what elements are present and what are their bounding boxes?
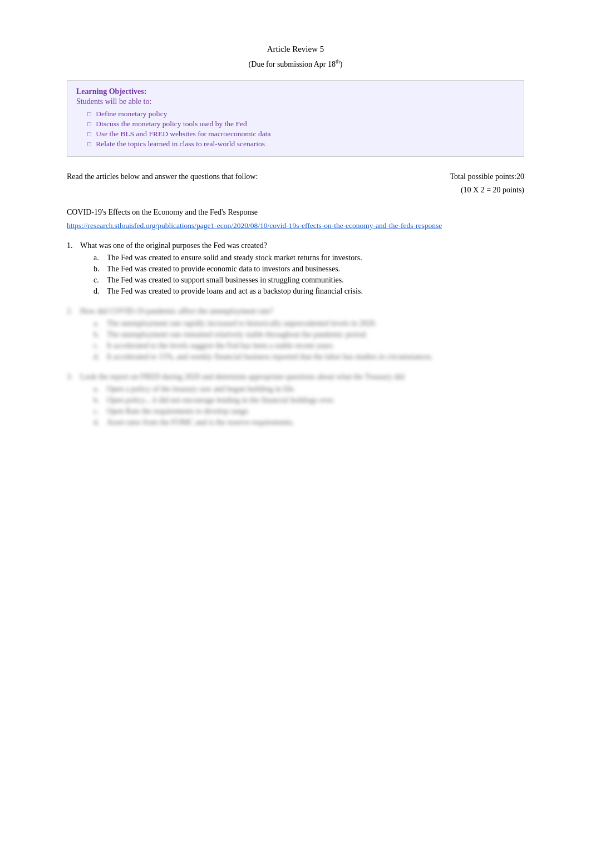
answer-choice-3b: b. Open policy... it did not encourage l… [93, 396, 524, 405]
list-item: □ Use the BLS and FRED websites for macr… [87, 130, 515, 138]
answer-letter-2d: d. [93, 353, 107, 361]
answer-letter-1b: b. [93, 265, 107, 274]
question-number-2: 2. [67, 307, 80, 316]
question-section-1: 1. What was one of the original purposes… [67, 241, 524, 296]
learning-objectives-title: Learning Objectives: [76, 87, 515, 96]
page-title: Article Review 5 [67, 44, 524, 54]
answer-text-3b: Open policy... it did not encourage lend… [107, 396, 334, 405]
due-date: (Due for submission Apr 18th) [67, 58, 524, 69]
bullet-icon: □ [87, 140, 91, 148]
answer-text-3a: Open a policy of the treasury saw and be… [107, 385, 296, 394]
points-label: Total possible points:20 [450, 172, 524, 181]
question-number-3: 3. [67, 373, 80, 381]
question-body-3: Look the report on FRED during 2020 and … [80, 373, 406, 381]
answer-text-2b: The unemployment rate remained relativel… [107, 330, 367, 339]
due-date-suffix: ) [340, 60, 343, 68]
answer-choice-2c: c. It accelerated to the levels suggest … [93, 341, 524, 350]
answer-text-1b: The Fed was created to provide economic … [107, 265, 340, 274]
list-item-text: Define monetary policy [96, 110, 167, 118]
answer-text-2c: It accelerated to the levels suggest the… [107, 341, 334, 350]
question-text-2: 2. How did COVID-19 pandemic affect the … [67, 307, 524, 316]
learning-objectives-list: □ Define monetary policy □ Discuss the m… [76, 110, 515, 148]
answer-letter-1d: d. [93, 287, 107, 296]
answer-choice-1d: d. The Fed was created to provide loans … [93, 287, 524, 296]
bullet-icon: □ [87, 120, 91, 128]
answer-letter-3b: b. [93, 396, 107, 405]
bullet-icon: □ [87, 110, 91, 118]
answer-letter-2a: a. [93, 319, 107, 328]
answer-choices-3: a. Open a policy of the treasury saw and… [67, 385, 524, 427]
answer-text-1d: The Fed was created to provide loans and… [107, 287, 363, 296]
question-body-2: How did COVID-19 pandemic affect the une… [80, 307, 273, 316]
question-text-3: 3. Look the report on FRED during 2020 a… [67, 373, 524, 381]
due-date-text: (Due for submission Apr 18 [249, 60, 336, 68]
answer-letter-3a: a. [93, 385, 107, 394]
learning-objectives-box: Learning Objectives: Students will be ab… [67, 80, 524, 157]
question-body-1: What was one of the original purposes th… [80, 241, 267, 250]
answer-choice-1c: c. The Fed was created to support small … [93, 276, 524, 285]
article-title: COVID-19's Effects on the Economy and th… [67, 208, 524, 217]
answer-choice-2a: a. The unemployment rate rapidly increas… [93, 319, 524, 328]
question-section-3-blurred: 3. Look the report on FRED during 2020 a… [67, 373, 524, 427]
points-section: Total possible points:20 (10 X 2 = 20 po… [450, 172, 524, 195]
points-calc: (10 X 2 = 20 points) [450, 186, 524, 195]
answer-choice-2b: b. The unemployment rate remained relati… [93, 330, 524, 339]
answer-letter-3d: d. [93, 418, 107, 427]
list-item: □ Relate the topics learned in class to … [87, 140, 515, 148]
answer-choice-3d: d. Asset rates from the FOMC and is the … [93, 418, 524, 427]
learning-objectives-subtitle: Students will be able to: [76, 97, 515, 106]
answer-letter-2b: b. [93, 330, 107, 339]
question-number-1: 1. [67, 241, 80, 250]
answer-choices-1: a. The Fed was created to ensure solid a… [67, 254, 524, 296]
instructions-text: Read the articles below and answer the q… [67, 172, 258, 181]
answer-text-2d: It accelerated to 15%, and weekly financ… [107, 353, 433, 361]
list-item-text: Relate the topics learned in class to re… [96, 140, 265, 148]
instructions-row: Read the articles below and answer the q… [67, 172, 524, 195]
answer-letter-2c: c. [93, 341, 107, 350]
answer-letter-3c: c. [93, 407, 107, 416]
answer-letter-1c: c. [93, 276, 107, 285]
list-item-text: Use the BLS and FRED websites for macroe… [96, 130, 270, 138]
question-item-3: 3. Look the report on FRED during 2020 a… [67, 373, 524, 427]
question-section-2-blurred: 2. How did COVID-19 pandemic affect the … [67, 307, 524, 361]
answer-text-1c: The Fed was created to support small bus… [107, 276, 344, 285]
due-date-super: th [336, 58, 340, 65]
bullet-icon: □ [87, 130, 91, 138]
answer-choice-1a: a. The Fed was created to ensure solid a… [93, 254, 524, 262]
list-item-text: Discuss the monetary policy tools used b… [96, 120, 247, 128]
list-item: □ Discuss the monetary policy tools used… [87, 120, 515, 128]
answer-text-2a: The unemployment rate rapidly increased … [107, 319, 377, 328]
answer-choices-2: a. The unemployment rate rapidly increas… [67, 319, 524, 361]
list-item: □ Define monetary policy [87, 110, 515, 118]
answer-text-3c: Open Rate the requirements to develop ra… [107, 407, 250, 416]
answer-text-1a: The Fed was created to ensure solid and … [107, 254, 362, 262]
answer-text-3d: Asset rates from the FOMC and is the res… [107, 418, 294, 427]
answer-choice-1b: b. The Fed was created to provide econom… [93, 265, 524, 274]
question-item-1: 1. What was one of the original purposes… [67, 241, 524, 296]
answer-choice-3a: a. Open a policy of the treasury saw and… [93, 385, 524, 394]
answer-letter-1a: a. [93, 254, 107, 262]
question-item-2: 2. How did COVID-19 pandemic affect the … [67, 307, 524, 361]
answer-choice-3c: c. Open Rate the requirements to develop… [93, 407, 524, 416]
article-link[interactable]: https://research.stlouisfed.org/publicat… [67, 221, 524, 230]
answer-choice-2d: d. It accelerated to 15%, and weekly fin… [93, 353, 524, 361]
question-text-1: 1. What was one of the original purposes… [67, 241, 524, 250]
